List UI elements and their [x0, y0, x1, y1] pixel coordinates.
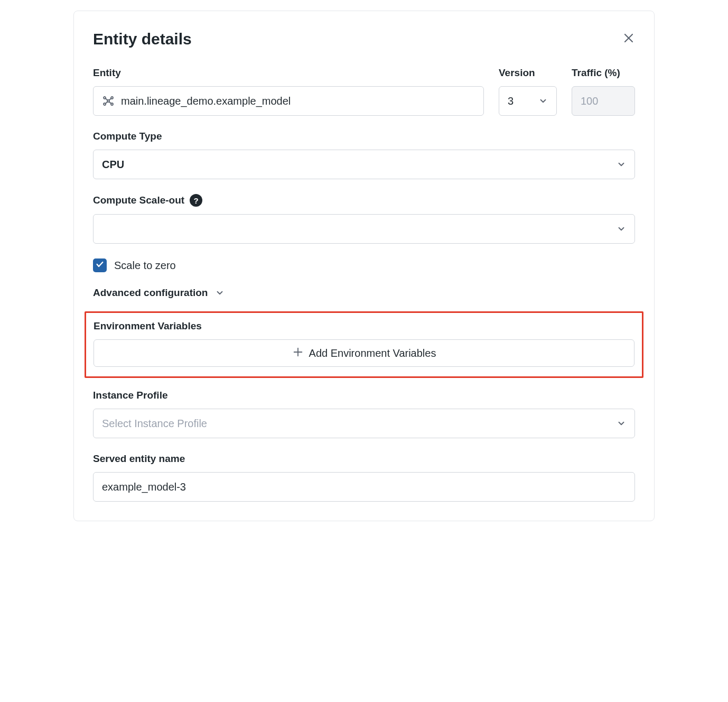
compute-type-select[interactable]: CPU [93, 150, 635, 179]
entity-input[interactable] [93, 86, 484, 116]
close-button[interactable] [622, 32, 635, 47]
version-label: Version [499, 67, 557, 79]
entity-text-input[interactable] [121, 95, 475, 107]
add-env-vars-button[interactable]: Add Environment Variables [94, 339, 634, 367]
panel-header: Entity details [93, 30, 635, 48]
traffic-label: Traffic (%) [572, 67, 635, 79]
svg-line-10 [109, 102, 111, 104]
entity-label: Entity [93, 67, 484, 79]
entity-field-group: Entity [93, 67, 484, 116]
scale-to-zero-row: Scale to zero [93, 258, 635, 272]
chevron-down-icon [617, 419, 626, 428]
model-icon [102, 95, 115, 107]
env-vars-highlight: Environment Variables Add Environment Va… [85, 311, 643, 378]
version-field-group: Version 3 [499, 67, 557, 116]
compute-type-group: Compute Type CPU [93, 131, 635, 179]
served-entity-name-label: Served entity name [93, 453, 635, 465]
chevron-down-icon [538, 96, 548, 106]
env-vars-label: Environment Variables [94, 320, 634, 332]
panel-title: Entity details [93, 30, 192, 48]
entity-row: Entity Version 3 Traffic (%) [93, 67, 635, 116]
svg-line-7 [106, 98, 108, 100]
served-entity-name-text-input[interactable] [102, 481, 626, 493]
compute-scaleout-select[interactable] [93, 214, 635, 244]
instance-profile-label: Instance Profile [93, 390, 635, 401]
compute-scaleout-label: Compute Scale-out ? [93, 194, 635, 207]
chevron-down-icon [617, 224, 626, 234]
svg-line-9 [106, 102, 108, 104]
plus-icon [292, 346, 304, 361]
entity-details-panel: Entity details Entity Version 3 [73, 11, 655, 521]
traffic-input [572, 86, 635, 116]
instance-profile-group: Instance Profile Select Instance Profile [93, 390, 635, 438]
add-env-vars-label: Add Environment Variables [309, 347, 436, 359]
version-select[interactable]: 3 [499, 86, 557, 116]
served-entity-name-input[interactable] [93, 472, 635, 502]
close-icon [622, 32, 635, 47]
svg-point-6 [107, 100, 109, 102]
traffic-text-input [581, 95, 626, 107]
help-icon[interactable]: ? [190, 194, 202, 207]
served-entity-name-group: Served entity name [93, 453, 635, 502]
scale-to-zero-checkbox[interactable] [93, 258, 107, 272]
compute-scaleout-label-text: Compute Scale-out [93, 195, 184, 206]
instance-profile-placeholder: Select Instance Profile [102, 418, 207, 430]
check-icon [96, 260, 104, 271]
compute-type-label: Compute Type [93, 131, 635, 142]
version-value: 3 [508, 95, 514, 107]
instance-profile-select[interactable]: Select Instance Profile [93, 409, 635, 438]
chevron-down-icon [617, 160, 626, 169]
advanced-config-toggle[interactable]: Advanced configuration [93, 287, 635, 299]
compute-type-value: CPU [102, 159, 124, 171]
advanced-config-label: Advanced configuration [93, 287, 208, 299]
compute-scaleout-group: Compute Scale-out ? [93, 194, 635, 244]
svg-line-8 [109, 98, 111, 100]
scale-to-zero-label: Scale to zero [114, 260, 176, 272]
chevron-down-icon [215, 288, 225, 298]
traffic-field-group: Traffic (%) [572, 67, 635, 116]
